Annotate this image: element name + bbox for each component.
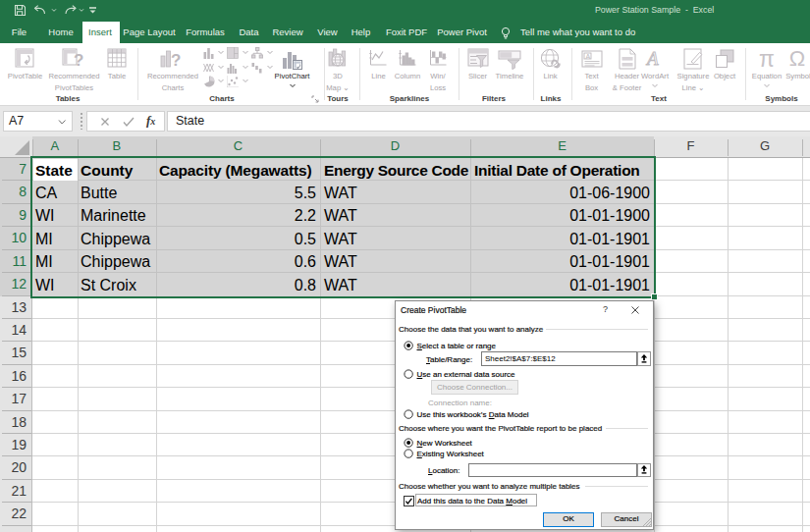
svg-text:A: A — [585, 53, 590, 60]
svg-text:?: ? — [74, 51, 83, 70]
svg-text:A: A — [645, 49, 659, 69]
svg-text:?: ? — [171, 51, 181, 70]
